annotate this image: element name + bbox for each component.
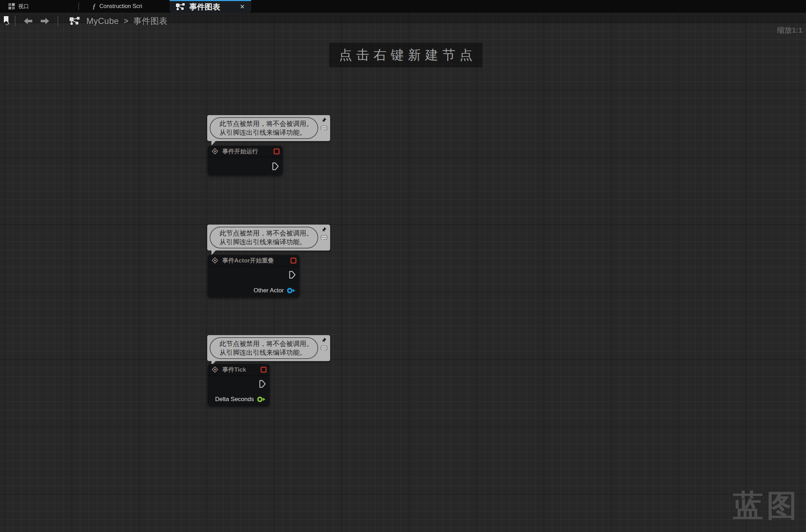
node-event-beginplay[interactable]: 事件开始运行 [208, 146, 283, 175]
viewport-grid-icon [8, 3, 15, 9]
comment-line-1: 此节点被禁用，将不会被调用。 [219, 339, 317, 348]
function-icon: ƒ [92, 2, 96, 11]
blueprint-watermark: 蓝图 [733, 485, 800, 526]
comment-line-2: 从引脚连出引线来编译功能。 [219, 238, 317, 246]
bookmark-icon[interactable] [3, 15, 11, 27]
node-title: 事件开始运行 [222, 147, 258, 155]
back-arrow-icon[interactable] [23, 17, 33, 25]
exec-output-pin[interactable] [289, 270, 296, 279]
forward-arrow-icon[interactable] [40, 17, 50, 25]
disabled-node-comment-bubble: 此节点被禁用，将不会被调用。 从引脚连出引线来编译功能。 [207, 225, 330, 251]
pin-label: Other Actor [254, 287, 284, 294]
disabled-node-comment-bubble: 此节点被禁用，将不会被调用。 从引脚连出引线来编译功能。 [207, 335, 330, 361]
node-title: 事件Actor开始重叠 [222, 257, 274, 265]
graph-icon [69, 16, 81, 26]
data-pin-row: Delta Seconds [208, 392, 270, 406]
pin-bubble-icon[interactable] [321, 337, 327, 344]
pin-bubble-icon[interactable] [321, 117, 327, 124]
graph-icon [175, 2, 186, 11]
tab-event-graph-label: 事件图表 [189, 2, 220, 12]
node-header[interactable]: 事件Tick [208, 364, 270, 375]
comment-line-1: 此节点被禁用，将不会被调用。 [219, 119, 317, 128]
event-diamond-icon [211, 256, 219, 265]
node-event-actorbeginoverlap[interactable]: 事件Actor开始重叠 Other Actor [208, 255, 300, 298]
comment-toggle-icon[interactable] [321, 126, 327, 131]
comment-bubble-border: 此节点被禁用，将不会被调用。 从引脚连出引线来编译功能。 [210, 227, 318, 248]
node-header[interactable]: 事件开始运行 [208, 146, 283, 157]
exec-pin-row [208, 157, 283, 175]
disabled-badge-icon [274, 148, 280, 154]
tab-construction-script[interactable]: ƒ Construction Scri [79, 0, 170, 13]
zoom-level-label: 缩放1:1 [777, 25, 802, 35]
exec-pin-row [208, 375, 270, 392]
comment-line-1: 此节点被禁用，将不会被调用。 [219, 229, 317, 238]
tab-construction-script-label: Construction Scri [99, 3, 142, 9]
pin-label: Delta Seconds [215, 396, 254, 403]
pin-bubble-icon[interactable] [321, 227, 327, 234]
disabled-badge-icon [261, 367, 267, 373]
right-click-hint: 点击右键新建节点 [329, 43, 483, 67]
comment-bubble-border: 此节点被禁用，将不会被调用。 从引脚连出引线来编译功能。 [210, 337, 318, 359]
close-tab-icon[interactable]: ✕ [238, 3, 246, 11]
event-diamond-icon [211, 365, 219, 374]
event-diamond-icon [211, 147, 219, 155]
node-header[interactable]: 事件Actor开始重叠 [208, 255, 300, 266]
tab-viewport-label: 视口 [18, 3, 29, 10]
comment-bubble-tail [211, 141, 216, 146]
comment-line-2: 从引脚连出引线来编译功能。 [219, 348, 317, 357]
tab-bar: 视口 ƒ Construction Scri 事件图表 ✕ [0, 0, 806, 13]
exec-pin-row [208, 266, 300, 283]
disabled-badge-icon [290, 258, 296, 264]
disabled-node-comment-bubble: 此节点被禁用，将不会被调用。 从引脚连出引线来编译功能。 [207, 115, 330, 141]
node-title: 事件Tick [222, 366, 246, 374]
node-event-tick[interactable]: 事件Tick Delta Seconds [208, 364, 270, 406]
breadcrumb-asset[interactable]: MyCube [86, 16, 119, 26]
tab-event-graph[interactable]: 事件图表 ✕ [170, 0, 251, 13]
tab-viewport[interactable]: 视口 [0, 0, 78, 13]
breadcrumb: MyCube > 事件图表 [0, 13, 806, 29]
breadcrumb-chevron: > [124, 16, 128, 26]
comment-toggle-icon[interactable] [321, 346, 327, 351]
exec-output-pin[interactable] [272, 162, 279, 171]
comment-bubble-border: 此节点被禁用，将不会被调用。 从引脚连出引线来编译功能。 [210, 117, 318, 139]
data-pin-row: Other Actor [208, 283, 300, 298]
breadcrumb-current-graph[interactable]: 事件图表 [133, 15, 168, 27]
comment-line-2: 从引脚连出引线来编译功能。 [219, 128, 317, 137]
comment-toggle-icon[interactable] [321, 235, 327, 241]
object-output-pin[interactable] [287, 287, 296, 294]
blueprint-editor-window: 视口 ƒ Construction Scri 事件图表 ✕ [0, 0, 806, 532]
breadcrumb-separator-line [15, 16, 15, 26]
breadcrumb-separator-line [58, 16, 58, 26]
exec-output-pin[interactable] [259, 379, 266, 388]
graph-canvas[interactable]: MyCube > 事件图表 缩放1:1 点击右键新建节点 此节点被禁用，将不会被… [0, 13, 806, 532]
float-output-pin[interactable] [257, 396, 266, 403]
